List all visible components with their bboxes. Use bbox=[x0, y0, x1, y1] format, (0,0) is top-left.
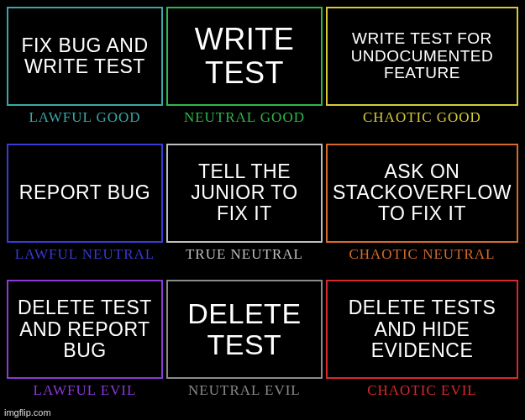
cell-chaotic-evil: DELETE TESTS AND HIDE EVIDENCE CHAOTIC E… bbox=[326, 280, 518, 413]
cell-content: TELL THE JUNIOR TO FIX IT bbox=[173, 161, 316, 225]
cell-box: DELETE TEST bbox=[166, 280, 323, 379]
cell-box: REPORT BUG bbox=[7, 144, 163, 243]
cell-neutral-good: WRITE TEST NEUTRAL GOOD bbox=[166, 7, 323, 140]
cell-content: WRITE TEST bbox=[173, 23, 316, 89]
cell-box: DELETE TEST AND REPORT BUG bbox=[7, 280, 163, 379]
cell-label: CHAOTIC EVIL bbox=[367, 382, 477, 399]
cell-lawful-evil: DELETE TEST AND REPORT BUG LAWFUL EVIL bbox=[7, 280, 163, 413]
cell-neutral-evil: DELETE TEST NEUTRAL EVIL bbox=[166, 280, 323, 413]
cell-content: FIX BUG AND WRITE TEST bbox=[13, 35, 156, 78]
alignment-grid: FIX BUG AND WRITE TEST LAWFUL GOOD WRITE… bbox=[0, 0, 525, 420]
cell-label: TRUE NEUTRAL bbox=[186, 246, 303, 263]
cell-label: LAWFUL GOOD bbox=[29, 109, 140, 126]
cell-content: DELETE TEST bbox=[173, 298, 316, 361]
cell-lawful-good: FIX BUG AND WRITE TEST LAWFUL GOOD bbox=[7, 7, 163, 140]
cell-chaotic-neutral: ASK ON STACKOVERFLOW TO FIX IT CHAOTIC N… bbox=[326, 144, 518, 277]
cell-content: DELETE TEST AND REPORT BUG bbox=[13, 297, 156, 361]
cell-label: LAWFUL NEUTRAL bbox=[15, 246, 155, 263]
cell-box: DELETE TESTS AND HIDE EVIDENCE bbox=[326, 280, 518, 379]
cell-box: TELL THE JUNIOR TO FIX IT bbox=[166, 144, 323, 243]
cell-label: NEUTRAL EVIL bbox=[188, 382, 301, 399]
cell-label: LAWFUL EVIL bbox=[34, 382, 137, 399]
cell-box: WRITE TEST FOR UNDOCUMENTED FEATURE bbox=[326, 7, 518, 106]
watermark: imgflip.com bbox=[2, 407, 54, 418]
cell-label: CHAOTIC NEUTRAL bbox=[349, 246, 495, 263]
cell-true-neutral: TELL THE JUNIOR TO FIX IT TRUE NEUTRAL bbox=[166, 144, 323, 277]
cell-content: REPORT BUG bbox=[19, 182, 150, 203]
cell-lawful-neutral: REPORT BUG LAWFUL NEUTRAL bbox=[7, 144, 163, 277]
cell-box: ASK ON STACKOVERFLOW TO FIX IT bbox=[326, 144, 518, 243]
cell-box: WRITE TEST bbox=[166, 7, 323, 106]
cell-content: DELETE TESTS AND HIDE EVIDENCE bbox=[333, 297, 512, 361]
cell-label: NEUTRAL GOOD bbox=[184, 109, 305, 126]
cell-chaotic-good: WRITE TEST FOR UNDOCUMENTED FEATURE CHAO… bbox=[326, 7, 518, 140]
cell-content: WRITE TEST FOR UNDOCUMENTED FEATURE bbox=[333, 30, 512, 83]
cell-content: ASK ON STACKOVERFLOW TO FIX IT bbox=[333, 161, 512, 225]
cell-label: CHAOTIC GOOD bbox=[363, 109, 481, 126]
cell-box: FIX BUG AND WRITE TEST bbox=[7, 7, 163, 106]
